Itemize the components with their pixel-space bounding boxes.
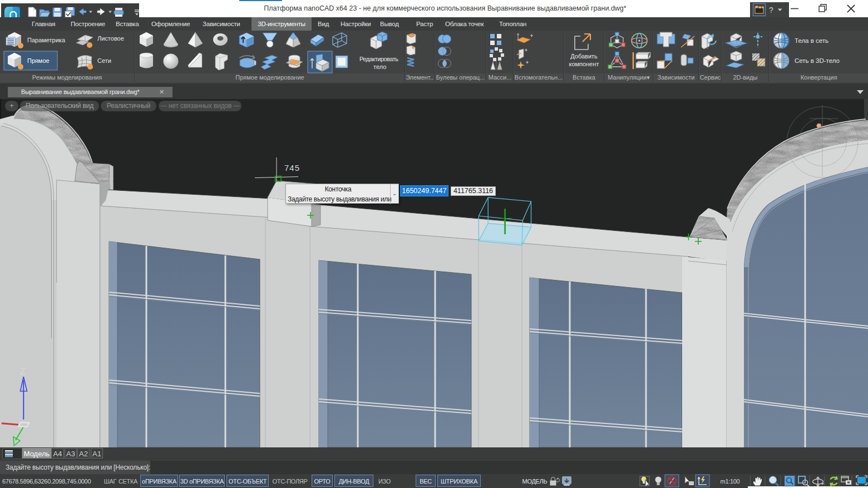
svg-text:Листовое: Листовое xyxy=(97,35,124,42)
svg-text:?: ? xyxy=(769,6,773,14)
svg-text:Сети: Сети xyxy=(97,57,111,64)
svg-text:Прямое: Прямое xyxy=(27,57,50,64)
svg-text:Z: Z xyxy=(20,367,26,376)
svg-text:Параметрика: Параметрика xyxy=(27,37,66,43)
